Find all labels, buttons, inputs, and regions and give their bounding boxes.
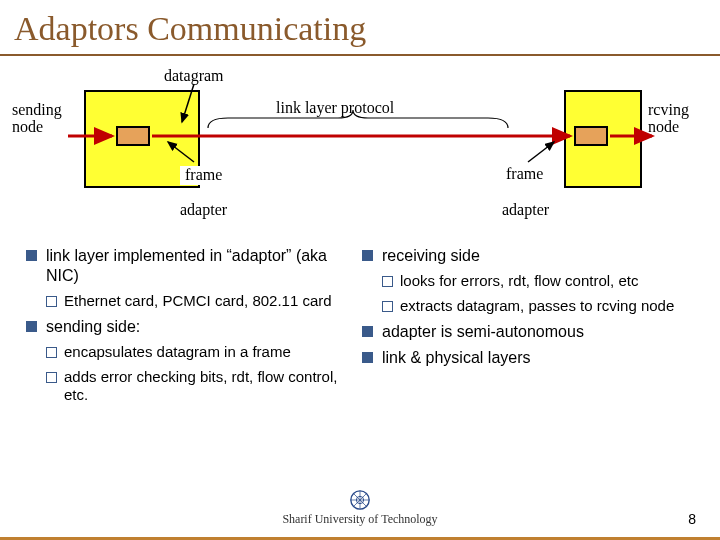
left-column: link layer implemented in “adaptor” (aka…	[24, 246, 360, 411]
sending-node-label: sending node	[12, 102, 62, 136]
frame-right-label: frame	[502, 166, 547, 183]
footer-text: Sharif University of Technology	[0, 512, 720, 527]
rcving-node-label: rcving node	[648, 102, 689, 136]
diagram: datagram sending node rcving node link l…	[8, 62, 712, 242]
bullet-receiving-side: receiving side	[360, 246, 696, 266]
adapter-right-box	[574, 126, 608, 146]
bullet-semi-autonomous: adapter is semi-autonomous	[360, 322, 696, 342]
bullet-looks-errors: looks for errors, rdt, flow control, etc	[360, 272, 696, 291]
bullet-link-layer: link layer implemented in “adaptor” (aka…	[24, 246, 360, 286]
page-title: Adaptors Communicating	[0, 0, 720, 56]
bullet-sending-side: sending side:	[24, 317, 360, 337]
link-protocol-label: link layer protocol	[276, 100, 394, 117]
bullet-encapsulates: encapsulates datagram in a frame	[24, 343, 360, 362]
svg-line-5	[528, 142, 554, 162]
adapter-right-label: adapter	[502, 202, 549, 219]
frame-left-label: frame	[180, 166, 227, 185]
bullet-ethernet-card: Ethernet card, PCMCI card, 802.11 card	[24, 292, 360, 311]
bullet-extracts-datagram: extracts datagram, passes to rcving node	[360, 297, 696, 316]
body-columns: link layer implemented in “adaptor” (aka…	[0, 242, 720, 411]
university-logo	[349, 489, 371, 511]
datagram-label: datagram	[164, 68, 224, 85]
bullet-error-checking: adds error checking bits, rdt, flow cont…	[24, 368, 360, 406]
bullet-link-physical: link & physical layers	[360, 348, 696, 368]
right-column: receiving side looks for errors, rdt, fl…	[360, 246, 696, 411]
page-number: 8	[688, 511, 696, 527]
adapter-left-label: adapter	[180, 202, 227, 219]
adapter-left-box	[116, 126, 150, 146]
